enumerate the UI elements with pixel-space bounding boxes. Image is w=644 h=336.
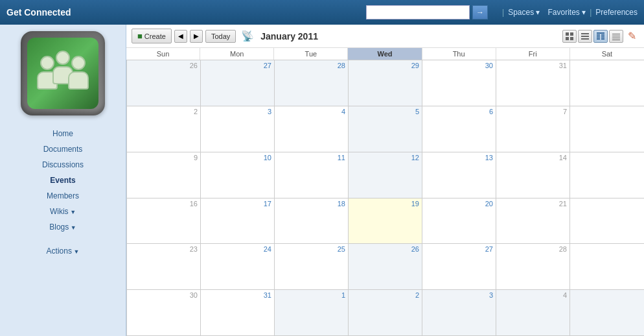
day-number[interactable]: 26 (351, 245, 419, 253)
cal-cell: 28 (496, 244, 570, 289)
nav-sep: | (502, 8, 504, 17)
view-agenda-button[interactable] (609, 30, 623, 43)
svg-rect-13 (601, 38, 604, 40)
app-title: Get Connected (6, 7, 366, 18)
calendar-view-buttons: ✎ (562, 30, 639, 43)
sidebar-item-home[interactable]: Home (6, 126, 119, 141)
main-layout: HomeDocumentsDiscussionsEventsMembersWik… (0, 25, 644, 336)
preferences-link[interactable]: Preferences (595, 8, 638, 17)
search-input[interactable] (366, 5, 470, 19)
calendar-header: SunMonTueWedThuFriSat (126, 48, 644, 60)
day-number: 23 (130, 245, 198, 253)
day-number[interactable]: 3 (425, 291, 493, 299)
day-number[interactable]: 27 (203, 62, 271, 69)
rss-icon: 📡 (241, 30, 254, 42)
day-number[interactable]: 27 (425, 245, 493, 253)
cal-cell: 3 (201, 106, 275, 152)
day-number[interactable]: 19 (351, 200, 419, 208)
day-number[interactable]: 24 (203, 245, 271, 253)
cal-cell (570, 152, 644, 198)
day-number: 26 (130, 62, 198, 69)
svg-rect-14 (612, 34, 620, 34)
day-number[interactable]: 25 (277, 245, 345, 253)
day-number[interactable]: 4 (277, 108, 345, 115)
cal-cell: 30 (422, 60, 496, 106)
sidebar-item-blogs[interactable]: Blogs (6, 219, 119, 235)
cal-cell: 10 (201, 152, 275, 198)
day-number[interactable]: 29 (351, 62, 419, 69)
day-number: 31 (499, 62, 567, 69)
next-button[interactable]: ▶ (190, 30, 203, 43)
cal-cell: 30 (127, 290, 201, 335)
view-week-button[interactable] (578, 30, 592, 43)
svg-rect-4 (581, 33, 589, 34)
day-number[interactable]: 30 (425, 62, 493, 69)
create-button[interactable]: ■ Create (132, 29, 172, 43)
sidebar-item-actions[interactable]: Actions (0, 243, 126, 259)
day-number[interactable]: 11 (277, 154, 345, 162)
day-number[interactable]: 1 (277, 291, 345, 299)
day-number[interactable]: 13 (425, 154, 493, 162)
favorites-menu[interactable]: Favorites ▾ (547, 8, 586, 17)
day-number[interactable]: 31 (203, 291, 271, 299)
cal-day-header-mon: Mon (200, 48, 274, 60)
svg-rect-11 (601, 36, 604, 38)
create-icon: ■ (137, 31, 143, 41)
spaces-menu[interactable]: Spaces ▾ (508, 8, 540, 17)
search-button[interactable]: → (472, 5, 488, 19)
prev-button[interactable]: ◀ (174, 30, 187, 43)
cal-cell: 6 (422, 106, 496, 152)
svg-rect-0 (566, 32, 569, 36)
cal-day-header-thu: Thu (422, 48, 496, 60)
sidebar-item-members[interactable]: Members (6, 188, 119, 204)
day-number: 30 (130, 291, 198, 299)
cal-cell: 14 (496, 152, 570, 198)
edit-button[interactable]: ✎ (625, 30, 639, 43)
cal-day-header-sat: Sat (570, 48, 644, 60)
day-number: 4 (499, 291, 567, 299)
cal-cell (570, 60, 644, 106)
cal-cell: 27 (201, 60, 275, 106)
today-button[interactable]: Today (205, 30, 236, 43)
cal-cell: 26 (127, 60, 201, 106)
day-number[interactable]: 12 (351, 154, 419, 162)
cal-week-3: 161718192021 (127, 198, 644, 245)
sidebar-nav: HomeDocumentsDiscussionsEventsMembersWik… (0, 126, 126, 235)
sidebar: HomeDocumentsDiscussionsEventsMembersWik… (0, 25, 126, 336)
view-day-button[interactable] (562, 30, 577, 43)
cal-cell: 2 (127, 106, 201, 152)
day-number: 14 (499, 154, 567, 162)
day-number[interactable]: 10 (203, 154, 271, 162)
sidebar-item-discussions[interactable]: Discussions (6, 157, 119, 173)
svg-rect-15 (612, 36, 620, 36)
cal-cell (570, 290, 644, 335)
sidebar-item-wikis[interactable]: Wikis (6, 204, 119, 219)
svg-rect-3 (570, 37, 573, 40)
day-number[interactable]: 2 (351, 291, 419, 299)
cal-cell: 2 (349, 290, 422, 335)
svg-rect-10 (597, 36, 600, 38)
sidebar-item-documents[interactable]: Documents (6, 141, 119, 157)
cal-day-header-wed: Wed (348, 48, 422, 60)
create-label: Create (144, 32, 166, 40)
cal-week-2: 91011121314 (127, 152, 644, 198)
day-number[interactable]: 3 (203, 108, 271, 115)
cal-cell: 7 (496, 106, 570, 152)
sidebar-item-events[interactable]: Events (6, 173, 119, 188)
topbar: Get Connected → | Spaces ▾ Favorites ▾ |… (0, 0, 644, 25)
cal-cell: 20 (422, 198, 496, 244)
cal-cell: 21 (496, 198, 570, 244)
calendar-month-title: January 2011 (260, 31, 318, 42)
cal-week-4: 232425262728 (127, 244, 644, 290)
day-number[interactable]: 6 (425, 108, 493, 115)
day-number[interactable]: 17 (203, 200, 271, 208)
day-number[interactable]: 18 (277, 200, 345, 208)
day-number: 16 (130, 200, 198, 208)
cal-cell: 26 (349, 244, 422, 289)
week-view-icon (581, 32, 590, 41)
day-number[interactable]: 5 (351, 108, 419, 115)
cal-cell: 27 (422, 244, 496, 289)
day-number[interactable]: 28 (277, 62, 345, 69)
view-month-button[interactable] (593, 30, 608, 43)
day-number[interactable]: 20 (425, 200, 493, 208)
